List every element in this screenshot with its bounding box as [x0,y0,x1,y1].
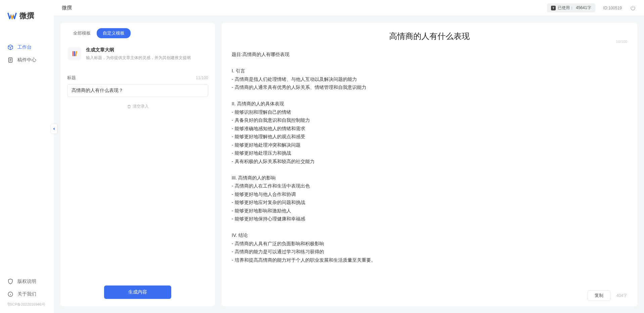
chevron-left-icon [52,127,56,131]
text-icon: T [551,6,556,10]
template-desc: 输入标题，为你提供文章主体的灵感，并为其创建推文提纲 [86,55,191,61]
template-title: 生成文章大纲 [86,47,191,53]
tab-all-templates[interactable]: 全部模板 [67,28,97,38]
nav-label: 关于我们 [17,291,36,297]
info-icon [7,291,13,297]
nav-workbench[interactable]: 工作台 [0,41,54,54]
usage-prefix: 已使用： [558,5,574,11]
clear-label: 清空录入 [133,104,149,109]
char-count: 11/100 [196,75,208,80]
doc-footer: 复制 404字 [232,286,627,301]
template-info: 生成文章大纲 输入标题，为你提供文章主体的灵感，并为其创建推文提纲 [86,47,191,61]
svg-rect-4 [75,51,77,56]
doc-body[interactable]: 题目:高情商的人有哪些表现 I. 引言 - 高情商是指人们处理情绪、与他人互动以… [232,50,627,286]
content: 全部模板 自定义模板 生成文章大纲 输入标题，为你提供文章主体的灵感，并为其创建… [54,16,644,313]
nav-about[interactable]: 关于我们 [0,288,54,301]
word-count: 404字 [616,293,627,299]
logo-icon [7,11,17,20]
tabs: 全部模板 自定义模板 [67,28,208,38]
user-id: ID:100519 [603,6,622,10]
power-button[interactable] [630,5,636,11]
title-char-count: 10/100 [616,40,627,44]
main: 微撰 T 已使用： 45641字 ID:100519 全部模板 自定义模板 [54,0,644,313]
title-input[interactable] [67,84,208,97]
doc-icon [7,57,13,63]
shield-icon [7,278,13,284]
logo: 微撰 [0,11,54,41]
books-icon [71,50,78,57]
header: 微撰 T 已使用： 45641字 ID:100519 [54,0,644,16]
cube-icon [7,44,13,50]
clear-input-link[interactable]: 清空录入 [67,104,208,109]
doc-title[interactable]: 高情商的人有什么表现 [232,31,627,42]
nav-label: 稿件中心 [17,57,36,63]
usage-badge: T 已使用： 45641字 [547,3,595,12]
doc-title-row: 高情商的人有什么表现 10/100 [232,31,627,42]
field-label: 标题 [67,75,76,81]
nav: 工作台 稿件中心 [0,41,54,275]
icp-text: 鄂ICP备2022016946号 [0,301,54,310]
right-panel: 高情商的人有什么表现 10/100 题目:高情商的人有哪些表现 I. 引言 - … [222,23,637,306]
sidebar: 微撰 工作台 稿件中心 版权说明 [0,0,54,313]
left-panel: 全部模板 自定义模板 生成文章大纲 输入标题，为你提供文章主体的灵感，并为其创建… [60,23,215,306]
usage-value: 45641字 [576,5,591,11]
power-icon [630,5,636,11]
tab-custom-template[interactable]: 自定义模板 [97,28,131,38]
header-title: 微撰 [62,5,72,11]
copy-button[interactable]: 复制 [588,290,610,301]
field-label-row: 标题 11/100 [67,75,208,81]
nav-copyright[interactable]: 版权说明 [0,275,54,288]
sidebar-collapse-handle[interactable] [51,124,57,134]
nav-label: 工作台 [17,44,32,50]
nav-drafts[interactable]: 稿件中心 [0,54,54,66]
nav-label: 版权说明 [17,278,36,284]
template-icon [68,47,81,60]
svg-rect-2 [73,51,74,56]
template-card: 生成文章大纲 输入标题，为你提供文章主体的灵感，并为其创建推文提纲 [67,44,208,67]
trash-icon [127,104,131,109]
generate-button[interactable]: 生成内容 [104,285,171,299]
logo-text: 微撰 [19,11,34,21]
nav-bottom: 版权说明 关于我们 鄂ICP备2022016946号 [0,275,54,313]
svg-rect-3 [74,51,75,56]
